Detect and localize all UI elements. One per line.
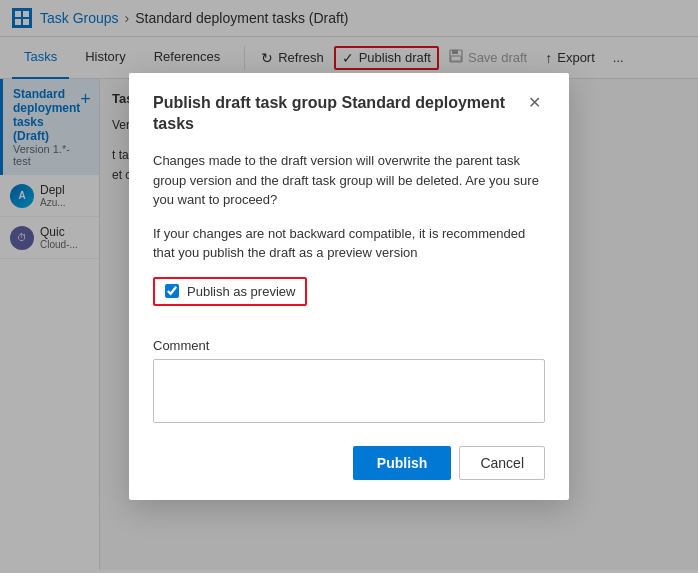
modal-header: Publish draft task group Standard deploy… bbox=[153, 93, 545, 135]
publish-button[interactable]: Publish bbox=[353, 446, 452, 480]
cancel-button[interactable]: Cancel bbox=[459, 446, 545, 480]
publish-as-preview-text: Publish as preview bbox=[187, 284, 295, 299]
publish-as-preview-row: Publish as preview bbox=[153, 277, 545, 322]
modal-body-text-2: If your changes are not backward compati… bbox=[153, 224, 545, 263]
modal-title: Publish draft task group Standard deploy… bbox=[153, 93, 524, 135]
modal-body-text-1: Changes made to the draft version will o… bbox=[153, 151, 545, 210]
publish-as-preview-checkbox[interactable] bbox=[165, 284, 179, 298]
publish-as-preview-label[interactable]: Publish as preview bbox=[153, 277, 307, 306]
modal-dialog: Publish draft task group Standard deploy… bbox=[129, 73, 569, 499]
comment-label: Comment bbox=[153, 338, 545, 353]
modal-footer: Publish Cancel bbox=[153, 446, 545, 480]
comment-input[interactable] bbox=[153, 359, 545, 423]
modal-close-button[interactable]: ✕ bbox=[524, 93, 545, 113]
modal-overlay: Publish draft task group Standard deploy… bbox=[0, 0, 698, 573]
